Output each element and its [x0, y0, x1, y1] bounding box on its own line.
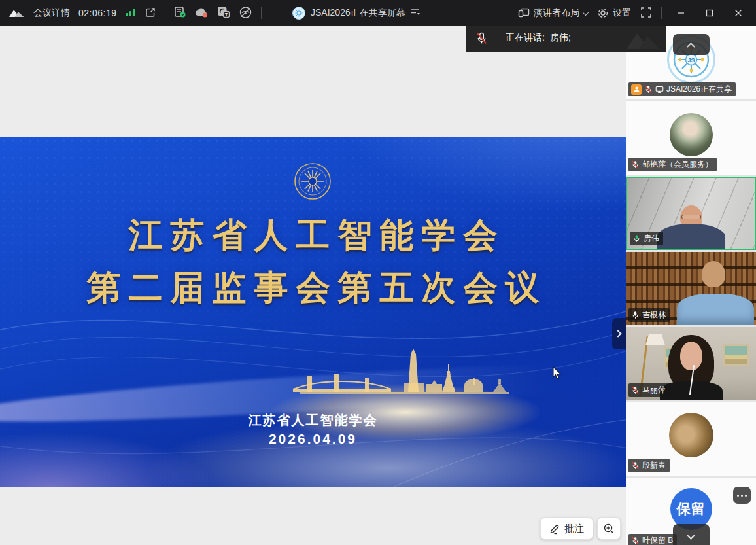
- participant-name: 房伟: [644, 233, 659, 244]
- mouse-cursor: [553, 366, 562, 382]
- presentation-slide: 江苏省人工智能学会 第二届监事会第五次会议: [0, 137, 626, 487]
- meeting-timer: 02:06:19: [78, 8, 117, 18]
- host-badge-icon: [631, 84, 642, 95]
- settings-button[interactable]: 设置: [597, 7, 631, 19]
- mic-muted-icon: [631, 536, 640, 545]
- slide-title-line1: 江苏省人工智能学会: [0, 213, 626, 258]
- city-skyline: [273, 345, 535, 410]
- avatar-photo: [669, 413, 713, 457]
- network-signal-icon[interactable]: [126, 8, 136, 19]
- svg-text:JS: JS: [687, 57, 695, 63]
- participant-tile-fangwei[interactable]: 房伟: [626, 177, 756, 250]
- participant-tile-jigenlin[interactable]: 吉根林: [626, 252, 756, 325]
- magnifier-plus-icon: [603, 523, 615, 535]
- titlebar-divider: [661, 7, 662, 19]
- slide-footer-org: 江苏省人工智能学会: [0, 412, 626, 429]
- participant-name-bar: 叶保留 B: [628, 534, 677, 545]
- participant-name: 叶保留 B: [642, 535, 673, 545]
- participant-tile-yuyanping[interactable]: 郁艳萍（会员服务）: [626, 101, 756, 175]
- mic-on-icon: [631, 311, 640, 319]
- mic-muted-icon: [631, 386, 640, 395]
- mic-muted-icon: [466, 32, 496, 44]
- participant-name-bar: 郁艳萍（会员服务）: [628, 158, 717, 171]
- watermark-logo-icon: [624, 27, 662, 52]
- mic-muted-icon: [644, 85, 653, 94]
- chevron-down-icon: [583, 9, 589, 16]
- participant-name: 殷新春: [642, 460, 666, 471]
- sharer-avatar: [292, 7, 305, 20]
- svg-text:T: T: [224, 12, 228, 18]
- settings-label: 设置: [613, 7, 631, 19]
- participant-name-bar: JSAI2026正在共享: [628, 82, 736, 96]
- fullscreen-button[interactable]: [640, 7, 652, 20]
- layout-label: 演讲者布局: [534, 7, 579, 19]
- participant-name: 郁艳萍（会员服务）: [642, 159, 713, 170]
- participant-tile-maliping[interactable]: 马丽萍: [626, 327, 756, 400]
- titlebar: 会议详情 02:06:19 T: [0, 0, 756, 26]
- mic-muted-icon: [631, 160, 640, 169]
- toast-divider: [496, 31, 496, 45]
- close-button[interactable]: [729, 5, 748, 22]
- app-logo-icon: [9, 7, 25, 20]
- collapse-strip-button[interactable]: [673, 34, 710, 55]
- layout-selector[interactable]: 演讲者布局: [518, 7, 588, 19]
- mic-muted-icon: [631, 461, 640, 470]
- society-emblem-icon: [293, 162, 332, 201]
- meeting-app-window: 会议详情 02:06:19 T: [0, 0, 756, 545]
- shared-screen-area: 江苏省人工智能学会 第二届监事会第五次会议: [0, 26, 626, 545]
- participant-tile-yinxinchun[interactable]: 殷新春: [626, 402, 756, 476]
- docs-status-icon[interactable]: [174, 6, 186, 20]
- maximize-button[interactable]: [700, 5, 719, 22]
- speaker-names: 房伟;: [550, 32, 571, 44]
- pop-out-icon[interactable]: [145, 7, 156, 20]
- zoom-in-button[interactable]: [597, 518, 621, 540]
- minimize-button[interactable]: [671, 5, 691, 22]
- pen-icon: [549, 523, 560, 535]
- participant-sidebar: JS JSAI2026正在共享 郁艳萍（会员服务）: [626, 26, 756, 545]
- cloud-recording-icon[interactable]: [195, 7, 209, 20]
- participant-name-bar: 马丽萍: [628, 383, 670, 397]
- participant-name: JSAI2026正在共享: [666, 84, 732, 95]
- sharing-status-text: JSAI2026正在共享屏幕: [311, 7, 405, 19]
- titlebar-divider: [261, 7, 262, 19]
- annotate-label: 批注: [564, 523, 584, 535]
- sharing-options-icon[interactable]: [411, 8, 421, 18]
- participant-name-bar: 殷新春: [628, 459, 670, 472]
- chevron-right-icon: [614, 330, 621, 337]
- hide-self-view-icon[interactable]: [239, 6, 252, 21]
- chevron-down-icon: [687, 531, 695, 540]
- meeting-details-button[interactable]: 会议详情: [33, 7, 70, 19]
- titlebar-divider: [165, 7, 165, 19]
- slide-footer-date: 2026.04.09: [0, 431, 626, 447]
- scroll-participants-down-button[interactable]: [673, 524, 710, 545]
- more-options-button[interactable]: [733, 487, 751, 504]
- avatar-photo: [670, 113, 713, 156]
- broadcast-translate-icon[interactable]: T: [217, 6, 230, 20]
- mic-speaking-icon: [632, 234, 641, 243]
- annotate-button[interactable]: 批注: [540, 518, 593, 540]
- screen-share-icon: [655, 85, 664, 94]
- participant-name-bar: 吉根林: [628, 308, 670, 322]
- sidebar-collapse-tab[interactable]: [612, 318, 626, 349]
- speaking-label: 正在讲话:: [506, 32, 545, 44]
- participant-name-bar: 房伟: [630, 232, 663, 245]
- slide-title-line2: 第二届监事会第五次会议: [0, 265, 626, 311]
- participant-name: 马丽萍: [642, 385, 666, 396]
- participant-name: 吉根林: [642, 309, 666, 321]
- speaking-toast: 正在讲话: 房伟;: [466, 24, 666, 52]
- chevron-up-icon: [687, 42, 695, 50]
